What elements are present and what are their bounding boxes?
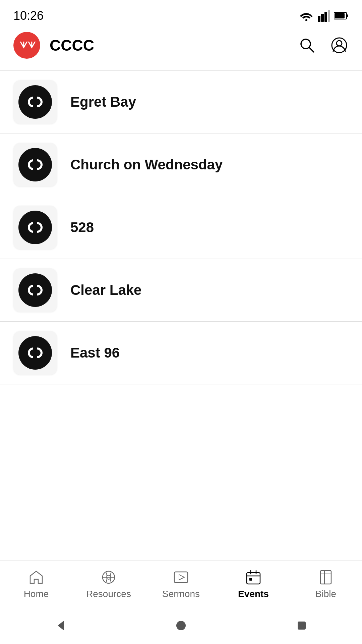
- profile-icon: [330, 37, 348, 54]
- recents-icon: [296, 620, 307, 631]
- church-name: Egret Bay: [70, 94, 136, 110]
- status-bar: 10:26: [0, 0, 362, 27]
- bible-icon: [317, 569, 335, 586]
- svg-marker-17: [179, 575, 184, 580]
- church-logo: [18, 211, 52, 244]
- church-logo-icon: [23, 94, 47, 110]
- svg-rect-22: [249, 578, 252, 581]
- svg-rect-16: [174, 572, 188, 583]
- church-logo: [18, 273, 52, 307]
- signal-icon: [318, 10, 330, 22]
- church-logo-wrap: [13, 143, 57, 186]
- svg-point-12: [337, 41, 342, 46]
- church-logo-icon: [23, 345, 47, 361]
- church-logo-wrap: [13, 80, 57, 124]
- svg-rect-1: [318, 16, 320, 22]
- svg-rect-23: [320, 571, 331, 584]
- church-item[interactable]: Clear Lake: [0, 259, 362, 322]
- svg-rect-6: [347, 14, 348, 17]
- nav-label-home: Home: [24, 589, 49, 599]
- app-header: ᗐᗐ CCCC: [0, 27, 362, 64]
- nav-item-home[interactable]: Home: [0, 565, 72, 603]
- svg-marker-26: [58, 621, 64, 630]
- back-button[interactable]: [50, 615, 70, 636]
- android-nav: [0, 607, 362, 644]
- svg-rect-4: [328, 10, 330, 22]
- church-logo: [18, 148, 52, 181]
- church-logo-wrap: [13, 206, 57, 249]
- nav-item-events[interactable]: Events: [217, 565, 290, 603]
- events-icon: [245, 569, 262, 586]
- church-logo: [18, 336, 52, 370]
- svg-rect-18: [247, 573, 260, 584]
- church-logo-icon: [23, 157, 47, 173]
- bottom-nav: Home Resources Sermons: [0, 560, 362, 607]
- church-logo-wrap: [13, 268, 57, 312]
- church-item[interactable]: Church on Wednesday: [0, 133, 362, 196]
- back-icon: [54, 620, 66, 632]
- nav-item-resources[interactable]: Resources: [72, 565, 145, 603]
- nav-label-events: Events: [238, 589, 269, 599]
- battery-icon: [334, 12, 349, 20]
- search-button[interactable]: [298, 36, 316, 55]
- status-icons: [299, 10, 349, 22]
- svg-rect-7: [335, 13, 345, 18]
- app-logo: ᗐᗐ: [13, 32, 40, 59]
- app-title: CCCC: [50, 36, 298, 54]
- church-logo: [18, 85, 52, 119]
- svg-rect-28: [298, 622, 306, 630]
- church-logo-icon: [23, 282, 47, 298]
- svg-text:ᗐᗐ: ᗐᗐ: [19, 40, 36, 50]
- home-button[interactable]: [171, 615, 191, 636]
- nav-item-sermons[interactable]: Sermons: [145, 565, 217, 603]
- svg-line-10: [309, 47, 314, 52]
- church-item[interactable]: East 96: [0, 322, 362, 384]
- svg-rect-3: [324, 12, 327, 22]
- profile-button[interactable]: [330, 36, 349, 55]
- status-time: 10:26: [13, 9, 44, 23]
- svg-point-0: [305, 19, 307, 21]
- church-logo-icon: [23, 219, 47, 235]
- home-icon: [27, 569, 45, 586]
- wifi-icon: [299, 10, 314, 21]
- church-item[interactable]: Egret Bay: [0, 70, 362, 133]
- church-name: 528: [70, 219, 94, 235]
- nav-label-bible: Bible: [315, 589, 336, 599]
- church-name: East 96: [70, 345, 120, 361]
- nav-label-sermons: Sermons: [162, 589, 200, 599]
- nav-label-resources: Resources: [86, 589, 131, 599]
- church-list: Egret Bay Church on Wednesday: [0, 70, 362, 384]
- cccc-logo-icon: ᗐᗐ: [18, 40, 36, 51]
- church-name: Church on Wednesday: [70, 157, 223, 173]
- church-item[interactable]: 528: [0, 196, 362, 259]
- sermons-icon: [172, 569, 190, 586]
- svg-point-27: [176, 621, 186, 630]
- svg-rect-2: [321, 14, 324, 22]
- home-circle-icon: [175, 620, 187, 632]
- search-icon: [298, 37, 316, 54]
- nav-item-bible[interactable]: Bible: [290, 565, 362, 603]
- header-actions: [298, 36, 349, 55]
- church-logo-wrap: [13, 331, 57, 375]
- church-name: Clear Lake: [70, 282, 141, 298]
- resources-icon: [100, 569, 117, 586]
- recents-button[interactable]: [292, 615, 312, 636]
